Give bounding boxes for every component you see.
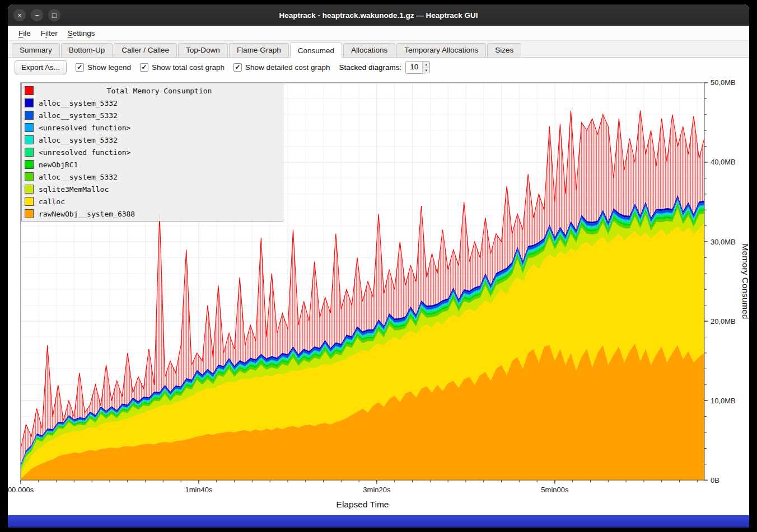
window-title: Heaptrack - heaptrack.wakunode.1.gz — He…: [8, 11, 749, 20]
checkbox-label: Show legend: [87, 63, 131, 72]
y-tick-label: 40,0MB: [711, 158, 736, 167]
legend-label: calloc: [39, 197, 65, 206]
legend-entry: calloc: [25, 195, 280, 208]
legend-label: rawNewObj__system_6388: [39, 210, 135, 218]
x-tick-label: 00.000s: [8, 486, 34, 494]
x-tick-label: 3min20s: [363, 486, 391, 494]
spin-down-icon[interactable]: ▾: [423, 68, 429, 74]
tab-top-down[interactable]: Top-Down: [178, 43, 228, 57]
close-button-icon[interactable]: ×: [13, 9, 26, 21]
legend-swatch: [25, 160, 34, 169]
y-axis-title: Memory Consumed: [741, 244, 749, 319]
tab-allocations[interactable]: Allocations: [343, 43, 395, 57]
legend-entry: alloc__system_5332: [25, 134, 280, 146]
checkbox-show-legend[interactable]: ✓Show legend: [76, 63, 131, 72]
legend-entry: newObjRC1: [25, 158, 280, 171]
stacked-diagrams-label: Stacked diagrams:: [339, 63, 402, 72]
x-axis-title: Elapsed Time: [337, 500, 389, 509]
legend-entry: rawNewObj__system_6388: [25, 208, 280, 220]
legend-swatch: [25, 86, 34, 95]
y-tick-label: 0B: [711, 476, 719, 484]
export-as-button[interactable]: Export As...: [15, 60, 67, 74]
legend-title: Total Memory Consumption: [39, 87, 280, 95]
y-tick-label: 10,0MB: [711, 397, 736, 405]
checkmark-icon: ✓: [76, 63, 84, 72]
y-tick-label: 30,0MB: [711, 238, 736, 246]
bottom-bar: [8, 515, 749, 528]
legend-label: <unresolved function>: [39, 124, 130, 132]
legend-label: alloc__system_5332: [39, 111, 118, 120]
checkmark-icon: ✓: [140, 63, 148, 72]
checkbox-show-total-cost-graph[interactable]: ✓Show total cost graph: [140, 63, 225, 72]
legend-entry: <unresolved function>: [25, 121, 280, 134]
x-tick-label: 1min40s: [185, 486, 213, 494]
legend-label: newObjRC1: [39, 161, 78, 169]
checkbox-label: Show total cost graph: [152, 63, 225, 72]
y-tick-label: 20,0MB: [711, 317, 736, 326]
tab-summary[interactable]: Summary: [12, 43, 60, 57]
heaptrack-window: ×−□ Heaptrack - heaptrack.wakunode.1.gz …: [8, 4, 749, 528]
checkbox-label: Show detailed cost graph: [245, 63, 330, 72]
tab-bottom-up[interactable]: Bottom-Up: [61, 43, 113, 57]
menu-bar: FileFilterSettings: [8, 26, 749, 41]
legend-swatch: [25, 98, 34, 107]
toolbar: Export As... ✓Show legend✓Show total cos…: [8, 58, 749, 77]
y-tick-label: 50,0MB: [711, 78, 736, 87]
maximize-button-icon[interactable]: □: [48, 9, 60, 21]
legend-swatch: [25, 209, 34, 218]
legend-entry: sqlite3MemMalloc: [25, 183, 280, 195]
tab-sizes[interactable]: Sizes: [487, 43, 521, 57]
spin-up-icon[interactable]: ▴: [423, 62, 429, 68]
legend-label: alloc__system_5332: [39, 173, 118, 181]
menu-settings[interactable]: Settings: [63, 27, 100, 39]
stacked-diagrams-spinbox[interactable]: 10 ▴ ▾: [405, 61, 430, 74]
tab-temporary-allocations[interactable]: Temporary Allocations: [396, 43, 486, 57]
menu-file[interactable]: File: [13, 27, 36, 39]
legend-swatch: [25, 185, 34, 194]
legend-label: alloc__system_5332: [39, 136, 118, 144]
tab-consumed[interactable]: Consumed: [290, 43, 342, 58]
menu-filter[interactable]: Filter: [36, 27, 63, 39]
legend-label: sqlite3MemMalloc: [39, 185, 109, 194]
legend-entry: alloc__system_5332: [25, 171, 280, 183]
legend-swatch: [25, 135, 34, 144]
legend-swatch: [25, 197, 34, 206]
x-tick-label: 5min00s: [541, 486, 569, 494]
legend-swatch: [25, 172, 34, 181]
legend-entry: <unresolved function>: [25, 146, 280, 158]
minimize-button-icon[interactable]: −: [31, 9, 43, 21]
legend-swatch: [25, 148, 34, 157]
checkmark-icon: ✓: [233, 63, 242, 72]
legend-swatch: [25, 111, 34, 120]
legend-entry: alloc__system_5332: [25, 109, 280, 121]
legend-label: <unresolved function>: [39, 148, 130, 157]
legend-swatch: [25, 123, 34, 132]
legend-label: alloc__system_5332: [39, 99, 118, 107]
tab-flame-graph[interactable]: Flame Graph: [229, 43, 289, 57]
legend-title-row: Total Memory Consumption: [25, 84, 280, 97]
titlebar[interactable]: ×−□ Heaptrack - heaptrack.wakunode.1.gz …: [8, 4, 749, 26]
tab-caller-callee[interactable]: Caller / Callee: [114, 43, 177, 57]
chart-legend: Total Memory Consumptionalloc__system_53…: [21, 83, 283, 222]
chart-area[interactable]: 00.000s1min40s3min20s5min00s0B10,0MB20,0…: [8, 77, 749, 515]
tab-bar: SummaryBottom-UpCaller / CalleeTop-DownF…: [8, 41, 749, 58]
legend-entry: alloc__system_5332: [25, 97, 280, 109]
stacked-diagrams-value: 10: [406, 62, 422, 73]
checkbox-show-detailed-cost-graph[interactable]: ✓Show detailed cost graph: [233, 63, 330, 72]
